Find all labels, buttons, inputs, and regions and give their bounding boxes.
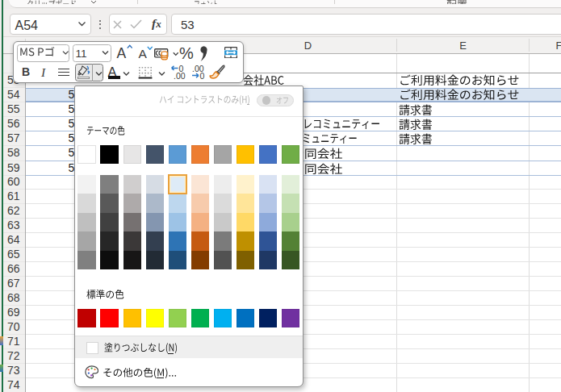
svg-text:0: 0 bbox=[200, 71, 205, 80]
svg-text:.00: .00 bbox=[174, 71, 186, 80]
